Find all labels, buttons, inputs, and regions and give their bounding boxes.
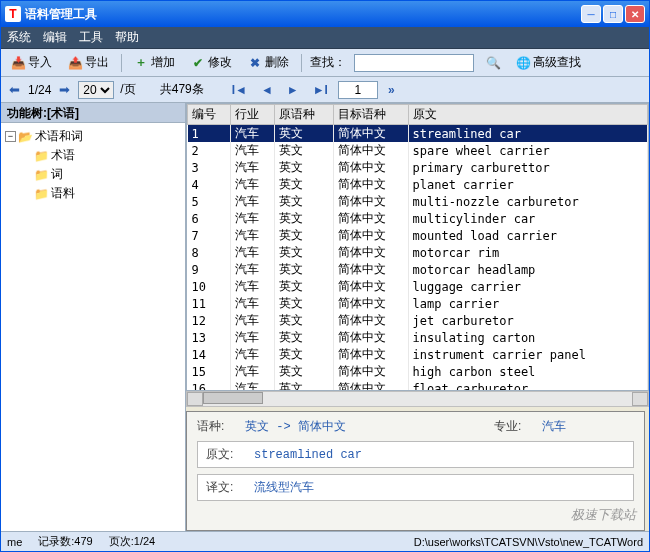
content-area: 功能树:[术语] − 📂 术语和词 📁术语📁词📁语料 编号 行业 原语种 目标语 — [1, 103, 649, 531]
table-row[interactable]: 11汽车英文简体中文lamp carrier — [188, 295, 648, 312]
app-icon: T — [5, 6, 21, 22]
spec-label: 专业: — [494, 418, 534, 435]
table-row[interactable]: 5汽车英文简体中文multi-nozzle carburetor — [188, 193, 648, 210]
lang-label: 语种: — [197, 418, 237, 435]
menu-tools[interactable]: 工具 — [79, 29, 103, 46]
tree-item[interactable]: 📁术语 — [21, 146, 181, 165]
scroll-thumb[interactable] — [203, 392, 263, 404]
menu-edit[interactable]: 编辑 — [43, 29, 67, 46]
tree: − 📂 术语和词 📁术语📁词📁语料 — [1, 123, 185, 531]
col-industry[interactable]: 行业 — [231, 105, 274, 125]
table-row[interactable]: 7汽车英文简体中文mounted load carrier — [188, 227, 648, 244]
folder-icon: 📁 — [34, 168, 49, 182]
folder-icon: 📁 — [34, 187, 49, 201]
col-num[interactable]: 编号 — [188, 105, 231, 125]
tree-root[interactable]: − 📂 术语和词 — [5, 127, 181, 146]
x-icon: ✖ — [248, 56, 262, 70]
table-row[interactable]: 10汽车英文简体中文luggage carrier — [188, 278, 648, 295]
page-prev[interactable]: ⬅ — [7, 82, 22, 97]
nav-last[interactable]: ►I — [309, 83, 332, 97]
sidebar-header: 功能树:[术语] — [1, 103, 185, 123]
menu-system[interactable]: 系统 — [7, 29, 31, 46]
nav-next[interactable]: ► — [283, 83, 303, 97]
scroll-right-button[interactable] — [632, 392, 648, 406]
table-row[interactable]: 6汽车英文简体中文multicylinder car — [188, 210, 648, 227]
separator — [301, 54, 302, 72]
minimize-button[interactable]: ─ — [581, 5, 601, 23]
table-row[interactable]: 8汽车英文简体中文motorcar rim — [188, 244, 648, 261]
horizontal-scrollbar[interactable] — [186, 391, 649, 407]
table-row[interactable]: 9汽车英文简体中文motorcar headlamp — [188, 261, 648, 278]
delete-button[interactable]: ✖删除 — [244, 52, 293, 73]
collapse-icon[interactable]: − — [5, 131, 16, 142]
per-page-suffix: /页 — [120, 81, 135, 98]
status-records: 记录数:479 — [38, 534, 92, 549]
spec-value: 汽车 — [542, 418, 566, 435]
total-records: 共479条 — [160, 81, 204, 98]
page-next[interactable]: ➡ — [57, 82, 72, 97]
src-label: 原文: — [206, 446, 246, 463]
statusbar: me 记录数:479 页次:1/24 D:\user\works\TCATSVN… — [1, 531, 649, 551]
tree-item-label: 语料 — [51, 185, 75, 202]
advanced-search-button[interactable]: 🌐高级查找 — [512, 52, 585, 73]
close-button[interactable]: ✕ — [625, 5, 645, 23]
page-size-select[interactable]: 20 — [78, 81, 114, 99]
src-value: streamlined car — [254, 448, 362, 462]
window-title: 语料管理工具 — [25, 6, 581, 23]
find-button[interactable]: 🔍 — [482, 54, 504, 72]
table-row[interactable]: 2汽车英文简体中文spare wheel carrier — [188, 142, 648, 159]
search-input[interactable] — [354, 54, 474, 72]
main-panel: 编号 行业 原语种 目标语种 原文 1汽车英文简体中文streamlined c… — [186, 103, 649, 531]
table-row[interactable]: 1汽车英文简体中文streamlined car — [188, 125, 648, 143]
nav-go[interactable]: » — [384, 83, 399, 97]
table-row[interactable]: 15汽车英文简体中文high carbon steel — [188, 363, 648, 380]
detail-panel: 语种: 英文 -> 简体中文 专业: 汽车 原文: streamlined ca… — [186, 411, 645, 531]
toolbar: 📥导入 📤导出 ＋增加 ✔修改 ✖删除 查找： 🔍 🌐高级查找 — [1, 49, 649, 77]
tree-item[interactable]: 📁词 — [21, 165, 181, 184]
app-window: T 语料管理工具 ─ □ ✕ 系统 编辑 工具 帮助 📥导入 📤导出 ＋增加 ✔… — [0, 0, 650, 552]
find-label: 查找： — [310, 54, 346, 71]
folder-icon: 📂 — [18, 130, 33, 144]
scroll-left-button[interactable] — [187, 392, 203, 406]
table-row[interactable]: 16汽车英文简体中文float carburetor — [188, 380, 648, 391]
check-icon: ✔ — [191, 56, 205, 70]
trans-value: 流线型汽车 — [254, 479, 314, 496]
status-path: D:\user\works\TCATSVN\Vsto\new_TCATWord — [414, 536, 643, 548]
titlebar: T 语料管理工具 ─ □ ✕ — [1, 1, 649, 27]
tree-item-label: 词 — [51, 166, 63, 183]
nav-first[interactable]: I◄ — [228, 83, 251, 97]
import-icon: 📥 — [11, 56, 25, 70]
separator — [121, 54, 122, 72]
menubar: 系统 编辑 工具 帮助 — [1, 27, 649, 49]
page-info: 1/24 — [28, 83, 51, 97]
nav-prev[interactable]: ◄ — [257, 83, 277, 97]
search-icon: 🔍 — [486, 56, 500, 70]
add-button[interactable]: ＋增加 — [130, 52, 179, 73]
sidebar: 功能树:[术语] − 📂 术语和词 📁术语📁词📁语料 — [1, 103, 186, 531]
trans-label: 译文: — [206, 479, 246, 496]
status-page: 页次:1/24 — [109, 534, 155, 549]
export-button[interactable]: 📤导出 — [64, 52, 113, 73]
import-button[interactable]: 📥导入 — [7, 52, 56, 73]
table-row[interactable]: 4汽车英文简体中文planet carrier — [188, 176, 648, 193]
modify-button[interactable]: ✔修改 — [187, 52, 236, 73]
data-grid[interactable]: 编号 行业 原语种 目标语种 原文 1汽车英文简体中文streamlined c… — [186, 103, 649, 391]
page-number-input[interactable] — [338, 81, 378, 99]
col-tgt-lang[interactable]: 目标语种 — [333, 105, 408, 125]
export-icon: 📤 — [68, 56, 82, 70]
status-me: me — [7, 536, 22, 548]
paginator: ⬅ 1/24 ➡ 20 /页 共479条 I◄ ◄ ► ►I » — [1, 77, 649, 103]
table-row[interactable]: 13汽车英文简体中文insulating carton — [188, 329, 648, 346]
plus-icon: ＋ — [134, 56, 148, 70]
folder-icon: 📁 — [34, 149, 49, 163]
col-src-lang[interactable]: 原语种 — [274, 105, 333, 125]
menu-help[interactable]: 帮助 — [115, 29, 139, 46]
table-row[interactable]: 12汽车英文简体中文jet carburetor — [188, 312, 648, 329]
maximize-button[interactable]: □ — [603, 5, 623, 23]
col-src-text[interactable]: 原文 — [408, 105, 647, 125]
tree-root-label: 术语和词 — [35, 128, 83, 145]
table-row[interactable]: 3汽车英文简体中文primary carburettor — [188, 159, 648, 176]
tree-item-label: 术语 — [51, 147, 75, 164]
tree-item[interactable]: 📁语料 — [21, 184, 181, 203]
table-row[interactable]: 14汽车英文简体中文instrument carrier panel — [188, 346, 648, 363]
